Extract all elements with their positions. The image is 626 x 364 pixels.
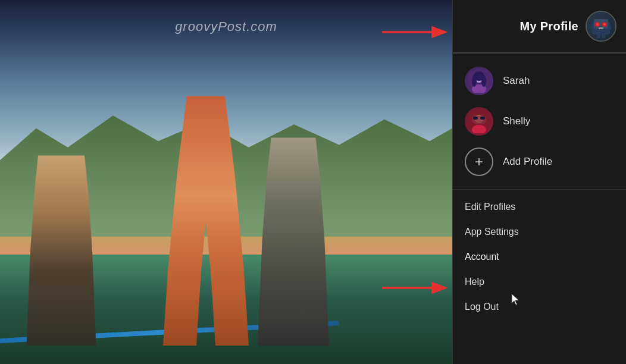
shelly-name: Shelly xyxy=(503,115,530,127)
avatar-shelly xyxy=(465,107,493,136)
current-user-avatar[interactable] xyxy=(586,11,616,42)
arrow-to-account xyxy=(382,277,453,299)
watermark-text: groovyPost.com xyxy=(175,19,277,34)
dropdown-panel: My Profile xyxy=(452,0,626,364)
profile-item-sarah[interactable]: Sarah xyxy=(453,61,626,101)
menu-item-edit-profiles[interactable]: Edit Profiles xyxy=(453,194,626,219)
profile-item-shelly[interactable]: Shelly xyxy=(453,101,626,142)
svg-rect-11 xyxy=(591,25,593,30)
menu-item-log-out[interactable]: Log Out xyxy=(453,294,626,319)
plus-icon: + xyxy=(475,155,483,169)
svg-rect-10 xyxy=(599,27,603,29)
robot-avatar-icon xyxy=(587,12,615,40)
svg-point-19 xyxy=(472,75,477,87)
menu-item-help[interactable]: Help xyxy=(453,269,626,294)
my-profile-label: My Profile xyxy=(519,20,578,33)
svg-rect-12 xyxy=(609,25,611,30)
svg-rect-13 xyxy=(597,34,600,38)
add-profile-circle: + xyxy=(465,148,493,176)
svg-point-8 xyxy=(596,23,599,26)
add-profile-label: Add Profile xyxy=(503,156,552,168)
profile-list: Sarah Shelly + xyxy=(453,54,626,190)
profile-header[interactable]: My Profile xyxy=(453,0,626,54)
menu-item-app-settings[interactable]: App Settings xyxy=(453,219,626,244)
svg-point-20 xyxy=(481,75,486,87)
avatar-sarah xyxy=(465,67,493,95)
main-content-area: groovyPost.com xyxy=(0,0,452,364)
arrow-to-profile xyxy=(382,21,453,43)
svg-rect-14 xyxy=(602,34,605,38)
sarah-name: Sarah xyxy=(503,75,530,87)
add-profile-button[interactable]: + Add Profile xyxy=(453,142,626,182)
menu-section: Edit Profiles App Settings Account Help … xyxy=(453,190,626,324)
arrow-profile-svg xyxy=(382,21,453,43)
svg-rect-26 xyxy=(480,117,485,120)
svg-point-9 xyxy=(603,23,606,26)
arrow-account-svg xyxy=(382,277,453,299)
svg-rect-25 xyxy=(473,117,478,120)
menu-item-account[interactable]: Account xyxy=(453,244,626,269)
